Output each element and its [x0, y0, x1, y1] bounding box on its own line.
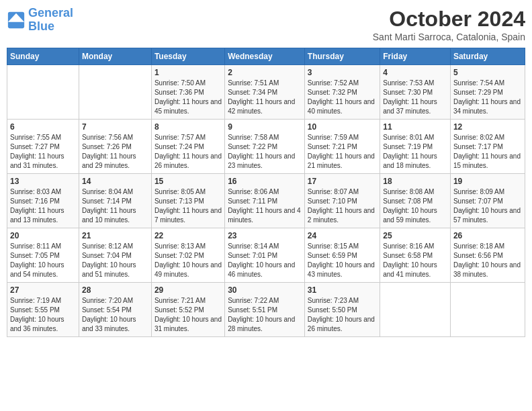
calendar-cell: 20Sunrise: 8:11 AMSunset: 7:05 PMDayligh… [7, 228, 79, 283]
calendar-cell [7, 65, 79, 120]
day-info: Sunrise: 7:23 AMSunset: 5:50 PMDaylight:… [308, 296, 377, 334]
day-info: Sunrise: 8:11 AMSunset: 7:05 PMDaylight:… [10, 242, 76, 279]
logo: General Blue [7, 7, 73, 34]
day-info: Sunrise: 7:58 AMSunset: 7:22 PMDaylight:… [228, 133, 302, 171]
day-info: Sunrise: 7:52 AMSunset: 7:32 PMDaylight:… [308, 79, 377, 116]
day-number: 12 [453, 122, 522, 132]
day-number: 4 [383, 68, 447, 77]
calendar-cell: 2Sunrise: 7:51 AMSunset: 7:34 PMDaylight… [225, 65, 305, 120]
day-number: 14 [82, 177, 148, 186]
day-info: Sunrise: 8:16 AMSunset: 6:58 PMDaylight:… [383, 242, 447, 279]
calendar-cell: 12Sunrise: 8:02 AMSunset: 7:17 PMDayligh… [450, 120, 525, 174]
calendar-cell: 13Sunrise: 8:03 AMSunset: 7:16 PMDayligh… [7, 174, 79, 228]
day-info: Sunrise: 7:20 AMSunset: 5:54 PMDaylight:… [82, 296, 148, 334]
calendar-cell: 17Sunrise: 8:07 AMSunset: 7:10 PMDayligh… [304, 174, 380, 228]
calendar-week-row: 6Sunrise: 7:55 AMSunset: 7:27 PMDaylight… [7, 120, 525, 174]
calendar-cell: 7Sunrise: 7:56 AMSunset: 7:26 PMDaylight… [79, 120, 151, 174]
day-info: Sunrise: 7:54 AMSunset: 7:29 PMDaylight:… [453, 79, 522, 116]
weekday-header: Wednesday [225, 48, 305, 65]
day-number: 30 [228, 285, 302, 295]
calendar-cell: 19Sunrise: 8:09 AMSunset: 7:07 PMDayligh… [450, 174, 525, 228]
logo-text: General Blue [28, 7, 73, 34]
weekday-header: Thursday [304, 48, 380, 65]
day-info: Sunrise: 8:09 AMSunset: 7:07 PMDaylight:… [453, 187, 522, 225]
calendar-cell: 26Sunrise: 8:18 AMSunset: 6:56 PMDayligh… [450, 228, 525, 283]
calendar-cell: 16Sunrise: 8:06 AMSunset: 7:11 PMDayligh… [225, 174, 305, 228]
day-info: Sunrise: 8:08 AMSunset: 7:08 PMDaylight:… [383, 187, 447, 225]
day-info: Sunrise: 7:53 AMSunset: 7:30 PMDaylight:… [383, 79, 447, 116]
calendar-cell: 31Sunrise: 7:23 AMSunset: 5:50 PMDayligh… [304, 283, 380, 337]
day-info: Sunrise: 7:19 AMSunset: 5:55 PMDaylight:… [10, 296, 76, 334]
day-info: Sunrise: 8:15 AMSunset: 6:59 PMDaylight:… [308, 242, 377, 279]
page-header: General Blue October 2024 Sant Marti Sar… [7, 7, 525, 42]
day-info: Sunrise: 7:56 AMSunset: 7:26 PMDaylight:… [82, 133, 148, 171]
day-number: 8 [154, 122, 222, 132]
day-info: Sunrise: 8:14 AMSunset: 7:01 PMDaylight:… [228, 242, 302, 279]
calendar-cell: 24Sunrise: 8:15 AMSunset: 6:59 PMDayligh… [304, 228, 380, 283]
day-number: 16 [228, 177, 302, 186]
day-info: Sunrise: 7:57 AMSunset: 7:24 PMDaylight:… [154, 133, 222, 171]
day-info: Sunrise: 7:50 AMSunset: 7:36 PMDaylight:… [154, 79, 222, 116]
calendar-cell [79, 65, 151, 120]
weekday-header: Monday [79, 48, 151, 65]
day-info: Sunrise: 8:06 AMSunset: 7:11 PMDaylight:… [228, 187, 302, 225]
day-number: 27 [10, 285, 76, 295]
day-number: 10 [308, 122, 377, 132]
day-number: 20 [10, 231, 76, 240]
calendar-cell: 1Sunrise: 7:50 AMSunset: 7:36 PMDaylight… [151, 65, 224, 120]
calendar-cell: 3Sunrise: 7:52 AMSunset: 7:32 PMDaylight… [304, 65, 380, 120]
day-number: 21 [82, 231, 148, 240]
weekday-header-row: SundayMondayTuesdayWednesdayThursdayFrid… [7, 48, 525, 65]
day-number: 13 [10, 177, 76, 186]
calendar-subtitle: Sant Marti Sarroca, Catalonia, Spain [373, 32, 525, 42]
calendar-week-row: 20Sunrise: 8:11 AMSunset: 7:05 PMDayligh… [7, 228, 525, 283]
day-info: Sunrise: 7:22 AMSunset: 5:51 PMDaylight:… [228, 296, 302, 334]
day-info: Sunrise: 8:04 AMSunset: 7:14 PMDaylight:… [82, 187, 148, 225]
day-number: 15 [154, 177, 222, 186]
calendar-cell: 30Sunrise: 7:22 AMSunset: 5:51 PMDayligh… [225, 283, 305, 337]
calendar-cell: 9Sunrise: 7:58 AMSunset: 7:22 PMDaylight… [225, 120, 305, 174]
day-info: Sunrise: 8:13 AMSunset: 7:02 PMDaylight:… [154, 242, 222, 279]
weekday-header: Sunday [7, 48, 79, 65]
calendar-cell: 4Sunrise: 7:53 AMSunset: 7:30 PMDaylight… [380, 65, 451, 120]
day-info: Sunrise: 8:12 AMSunset: 7:04 PMDaylight:… [82, 242, 148, 279]
day-info: Sunrise: 8:05 AMSunset: 7:13 PMDaylight:… [154, 187, 222, 225]
calendar-cell: 11Sunrise: 8:01 AMSunset: 7:19 PMDayligh… [380, 120, 451, 174]
day-info: Sunrise: 7:59 AMSunset: 7:21 PMDaylight:… [308, 133, 377, 171]
day-info: Sunrise: 8:18 AMSunset: 6:56 PMDaylight:… [453, 242, 522, 279]
day-number: 25 [383, 231, 447, 240]
day-info: Sunrise: 8:03 AMSunset: 7:16 PMDaylight:… [10, 187, 76, 225]
day-info: Sunrise: 7:51 AMSunset: 7:34 PMDaylight:… [228, 79, 302, 116]
calendar-cell: 29Sunrise: 7:21 AMSunset: 5:52 PMDayligh… [151, 283, 224, 337]
calendar-cell: 25Sunrise: 8:16 AMSunset: 6:58 PMDayligh… [380, 228, 451, 283]
day-number: 7 [82, 122, 148, 132]
day-number: 22 [154, 231, 222, 240]
calendar-cell: 23Sunrise: 8:14 AMSunset: 7:01 PMDayligh… [225, 228, 305, 283]
calendar-week-row: 1Sunrise: 7:50 AMSunset: 7:36 PMDaylight… [7, 65, 525, 120]
calendar-cell: 27Sunrise: 7:19 AMSunset: 5:55 PMDayligh… [7, 283, 79, 337]
day-number: 28 [82, 285, 148, 295]
calendar-cell: 8Sunrise: 7:57 AMSunset: 7:24 PMDaylight… [151, 120, 224, 174]
calendar-cell: 15Sunrise: 8:05 AMSunset: 7:13 PMDayligh… [151, 174, 224, 228]
weekday-header: Tuesday [151, 48, 224, 65]
day-number: 24 [308, 231, 377, 240]
calendar-cell: 18Sunrise: 8:08 AMSunset: 7:08 PMDayligh… [380, 174, 451, 228]
weekday-header: Friday [380, 48, 451, 65]
title-block: October 2024 Sant Marti Sarroca, Catalon… [373, 7, 525, 42]
day-number: 29 [154, 285, 222, 295]
day-info: Sunrise: 7:55 AMSunset: 7:27 PMDaylight:… [10, 133, 76, 171]
day-info: Sunrise: 8:07 AMSunset: 7:10 PMDaylight:… [308, 187, 377, 225]
calendar-cell: 6Sunrise: 7:55 AMSunset: 7:27 PMDaylight… [7, 120, 79, 174]
day-number: 3 [308, 68, 377, 77]
day-number: 17 [308, 177, 377, 186]
calendar-table: SundayMondayTuesdayWednesdayThursdayFrid… [7, 48, 525, 337]
day-info: Sunrise: 8:01 AMSunset: 7:19 PMDaylight:… [383, 133, 447, 171]
logo-icon [7, 11, 26, 30]
calendar-cell [380, 283, 451, 337]
calendar-cell: 28Sunrise: 7:20 AMSunset: 5:54 PMDayligh… [79, 283, 151, 337]
day-number: 6 [10, 122, 76, 132]
day-number: 31 [308, 285, 377, 295]
calendar-cell [450, 283, 525, 337]
weekday-header: Saturday [450, 48, 525, 65]
calendar-cell: 21Sunrise: 8:12 AMSunset: 7:04 PMDayligh… [79, 228, 151, 283]
